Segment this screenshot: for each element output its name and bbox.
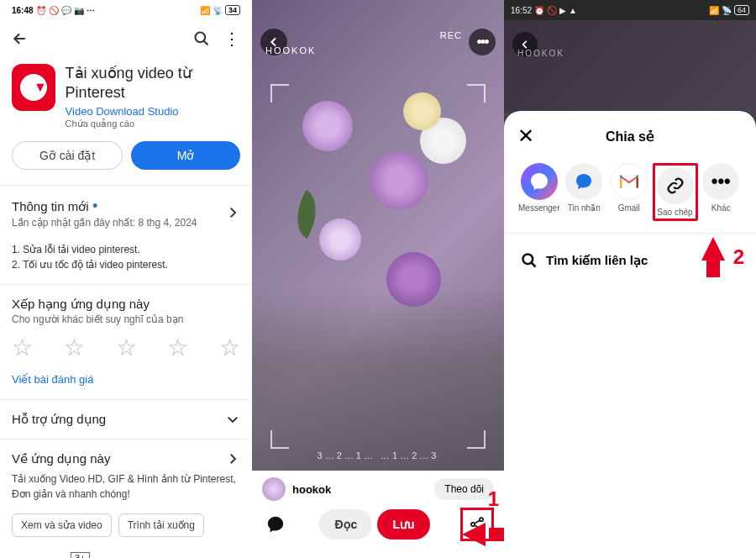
divider xyxy=(504,233,756,234)
messenger-icon: 💬 xyxy=(61,6,71,15)
wifi-icon: 📡 xyxy=(213,6,223,15)
signal-icon: 📶 xyxy=(709,6,719,15)
uninstall-button[interactable]: Gỡ cài đặt xyxy=(12,141,123,170)
close-icon[interactable]: ✕ xyxy=(517,124,543,148)
ads-label: Chứa quảng cáo xyxy=(66,118,240,129)
play-icon: ▶ xyxy=(559,6,566,15)
app-title: Tải xuống video từ Pinterest xyxy=(66,64,240,103)
rec-indicator: REC xyxy=(440,30,462,40)
star-icon[interactable]: ☆ xyxy=(116,334,137,361)
battery-icon: 64 xyxy=(734,5,749,15)
app-header: ▼ Tải xuống video từ Pinterest Video Dow… xyxy=(12,57,240,141)
frame-counter: 3…2…1… …1…2…3 xyxy=(252,450,504,461)
frame-corner xyxy=(270,430,289,449)
brand-watermark: HOOKOK xyxy=(265,45,316,55)
dnd-icon: 🚫 xyxy=(49,6,59,15)
support-row[interactable]: Hỗ trợ ứng dụng xyxy=(12,400,240,429)
changelog: 1. Sửa lỗi tải video pinterest. 2. Tối ư… xyxy=(12,230,240,284)
search-icon xyxy=(521,252,538,269)
gmail-icon xyxy=(611,163,648,200)
share-sheet: ✕ Chia sẻ Messenger Tin nhắn Gmail xyxy=(504,111,756,558)
alarm-icon: ⏰ xyxy=(534,6,544,15)
status-time: 16:52 xyxy=(511,6,532,15)
camera-icon: 📷 xyxy=(74,6,84,15)
share-label: Messenger xyxy=(518,203,559,213)
svg-point-4 xyxy=(523,255,533,265)
status-time: 16:48 xyxy=(12,6,34,15)
arrow-up-icon xyxy=(701,237,725,261)
search-icon[interactable] xyxy=(193,30,210,47)
dimmed-background xyxy=(504,20,756,113)
star-icon[interactable]: ☆ xyxy=(64,334,85,361)
callout-2: 2 xyxy=(701,237,744,277)
chevron-right-icon xyxy=(225,205,240,220)
share-label: Gmail xyxy=(618,203,640,213)
share-messenger[interactable]: Messenger xyxy=(517,163,561,221)
link-icon xyxy=(657,167,694,204)
avatar[interactable] xyxy=(262,477,286,501)
frame-corner xyxy=(467,430,486,449)
support-title: Hỗ trợ ứng dụng xyxy=(12,412,106,427)
share-gmail[interactable]: Gmail xyxy=(607,163,651,221)
status-bar: 16:48 ⏰ 🚫 💬 📷 ⋯ 📶 📡 34 xyxy=(12,0,240,20)
callout-number-2: 2 xyxy=(733,245,744,269)
chevron-down-icon xyxy=(225,412,240,427)
about-description: Tải xuống Video HD, GIF & Hình ảnh từ Pi… xyxy=(12,468,240,513)
search-contacts-label: Tìm kiếm liên lạc xyxy=(546,253,648,268)
wifi-icon: 📡 xyxy=(722,6,732,15)
share-label: Tin nhắn xyxy=(568,203,601,213)
warning-icon: ▲ xyxy=(569,6,577,15)
callout-number-1: 1 xyxy=(488,487,499,511)
author-name[interactable]: hookok xyxy=(292,483,331,496)
follow-button[interactable]: Theo dõi xyxy=(434,478,494,500)
last-updated: Lần cập nhật gần đây nhất: 8 thg 4, 2024 xyxy=(12,217,197,229)
rate-title: Xếp hạng ứng dụng này xyxy=(12,297,240,312)
star-icon[interactable]: ☆ xyxy=(167,334,188,361)
write-review-link[interactable]: Viết bài đánh giá xyxy=(12,373,240,399)
brand-watermark: HOOKOK xyxy=(517,49,564,58)
topbar: ⋮ xyxy=(12,20,240,57)
chat-icon xyxy=(565,163,602,200)
star-icon[interactable]: ☆ xyxy=(219,334,240,361)
about-row[interactable]: Về ứng dụng này xyxy=(12,440,240,468)
more-icon[interactable]: ••• xyxy=(469,29,496,55)
rate-subtitle: Cho người khác biết suy nghĩ của bạn xyxy=(12,313,240,325)
kebab-icon[interactable]: ⋮ xyxy=(223,29,240,49)
messenger-icon xyxy=(521,163,558,200)
pin-image[interactable] xyxy=(252,0,504,471)
more-icon: ••• xyxy=(702,163,739,200)
share-more[interactable]: ••• Khác xyxy=(700,163,743,221)
frame-corner xyxy=(467,84,486,103)
dnd-icon: 🚫 xyxy=(547,6,557,15)
more-notif-icon: ⋯ xyxy=(87,6,95,15)
changelog-item: 1. Sửa lỗi tải video pinterest. xyxy=(12,242,240,257)
signal-icon: 📶 xyxy=(200,6,210,15)
status-bar: 16:52 ⏰ 🚫 ▶ ▲ 📶 📡 64 xyxy=(504,0,756,20)
svg-point-0 xyxy=(196,33,206,43)
share-label: Sao chép xyxy=(657,208,692,217)
app-icon: ▼ xyxy=(12,64,55,111)
chevron-right-icon xyxy=(225,451,240,466)
battery-icon: 34 xyxy=(225,5,240,15)
category-chip[interactable]: Trình tải xuống xyxy=(118,513,204,537)
alarm-icon: ⏰ xyxy=(36,6,46,15)
about-title: Về ứng dụng này xyxy=(12,451,110,466)
sheet-title: Chia sẻ xyxy=(543,129,743,145)
rating-stars[interactable]: ☆ ☆ ☆ ☆ ☆ xyxy=(12,325,240,373)
read-button[interactable]: Đọc xyxy=(319,509,372,540)
share-messages[interactable]: Tin nhắn xyxy=(563,163,606,221)
open-button[interactable]: Mở xyxy=(131,141,240,170)
whats-new-row[interactable]: Thông tin mới • Lần cập nhật gần đây nhấ… xyxy=(12,186,240,230)
comment-icon[interactable] xyxy=(262,511,289,538)
share-copy-link-highlighted[interactable]: Sao chép xyxy=(653,163,698,221)
save-button[interactable]: Lưu xyxy=(377,509,429,540)
back-icon[interactable] xyxy=(12,30,29,47)
age-rating: 3+ xyxy=(71,552,90,558)
changelog-item: 2. Tối ưu tốc độ tải video pinterest. xyxy=(12,257,240,272)
share-label: Khác xyxy=(711,203,731,213)
category-chip[interactable]: Xem và sửa video xyxy=(12,513,112,537)
developer-link[interactable]: Video Download Studio xyxy=(66,105,240,118)
star-icon[interactable]: ☆ xyxy=(12,334,33,361)
callout-1 xyxy=(462,523,504,546)
whats-new-title: Thông tin mới xyxy=(12,199,89,213)
